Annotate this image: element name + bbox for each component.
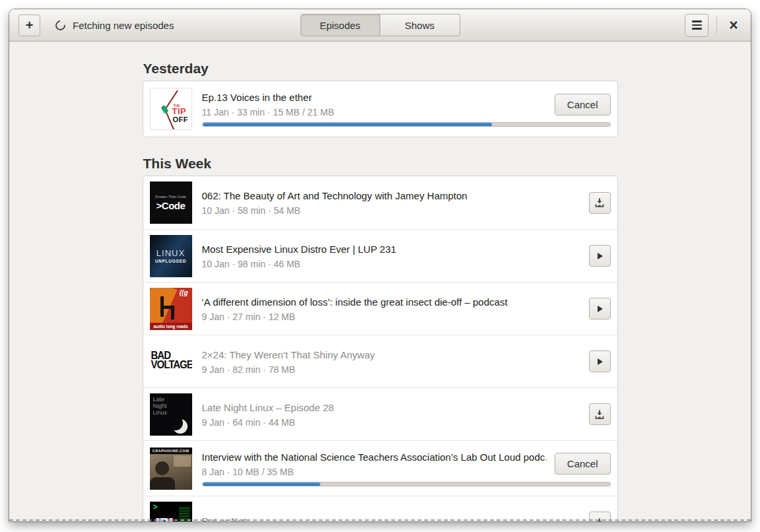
download-progressbar [202,482,611,486]
headerbar-right: × [685,14,744,37]
episode-artwork-late-night-linux: Late Night Linux [150,393,192,436]
progress-fill [203,482,321,486]
tab-shows[interactable]: Shows [380,14,460,36]
download-button[interactable] [589,403,611,425]
play-icon [595,251,604,261]
section-title-this-week: This Week [143,156,618,172]
this-week-card: Greater Than Code >Code 062: The Beauty … [143,176,618,521]
episode-meta: 9 Jan · 82 min · 78 MB [202,364,581,375]
cancel-download-button[interactable]: Cancel [555,453,611,475]
hamburger-icon [692,20,702,22]
crescent-moon-icon [173,419,188,434]
episode-row[interactable]: LINUX UNPLUGGED Most Expensive Linux Dis… [143,229,617,282]
close-button[interactable]: × [723,15,744,36]
episode-meta: 8 Jan · 10 MB / 35 MB [202,467,547,477]
app-window: + Fetching new episodes Episodes Shows ×… [9,9,751,521]
play-button[interactable] [589,245,611,267]
section-title-yesterday: Yesterday [143,61,618,77]
episode-row[interactable]: CRAPHOUND.COM Interview with the Nationa… [143,440,617,496]
menu-button[interactable] [685,14,708,37]
episode-meta: 10 Jan · 98 min · 46 MB [202,259,581,269]
window-resize-edge[interactable] [9,519,751,521]
episode-row[interactable]: THE TIP OFF Ep.13 Voices in the ether 11… [143,81,617,137]
spinner-icon [53,18,67,32]
episode-artwork-bad-voltage: BAD VOLTAGE [150,341,192,383]
episode-row[interactable]: Greater Than Code >Code 062: The Beauty … [143,176,617,229]
episodes-view: Yesterday THE TIP OFF [9,42,751,521]
episode-row[interactable]: > IRL Bot or Not [143,496,617,521]
tab-episodes[interactable]: Episodes [300,14,380,36]
yesterday-card: THE TIP OFF Ep.13 Voices in the ether 11… [143,81,618,137]
episode-row[interactable]: Late Night Linux Late Night Linux – Epis… [143,387,617,440]
progress-fill [203,123,492,126]
episode-title: Most Expensive Linux Distro Ever | LUP 2… [202,244,581,255]
play-button[interactable] [589,298,611,319]
episode-artwork-audio-long-reads: ((g audio long reads [150,288,192,330]
download-icon [594,409,605,420]
add-podcast-button[interactable]: + [18,15,40,36]
view-switcher: Episodes Shows [300,14,460,36]
episode-artwork-the-tip-off: THE TIP OFF [150,88,192,130]
headerbar: + Fetching new episodes Episodes Shows × [9,9,751,42]
play-icon [595,357,604,366]
episode-title: ‘A different dimension of loss’: inside … [202,296,581,308]
status-text: Fetching new episodes [73,20,174,31]
download-progressbar [202,122,611,127]
play-button[interactable] [589,350,611,372]
episode-artwork-linux-unplugged: LINUX UNPLUGGED [150,235,192,277]
download-button[interactable] [589,192,611,214]
episode-artwork-greater-than-code: Greater Than Code >Code [150,182,192,224]
episode-title: 2×24: They Weren’t That Shiny Anyway [202,349,581,360]
header-separator [716,17,717,34]
play-icon [595,304,604,314]
episode-title: Ep.13 Voices in the ether [202,92,547,103]
download-icon [594,197,605,208]
episode-title: Late Night Linux – Episode 28 [202,402,581,413]
episode-row[interactable]: BAD VOLTAGE 2×24: They Weren’t That Shin… [143,335,617,387]
episode-meta: 11 Jan · 33 min · 15 MB / 21 MB [202,107,547,117]
episode-meta: 9 Jan · 27 min · 12 MB [202,312,581,322]
episode-meta: 10 Jan · 58 min · 54 MB [202,205,581,216]
episode-title: 062: The Beauty of Art and Technology wi… [202,190,581,201]
guardian-logo: ((g [180,289,188,296]
episode-artwork-irl: > IRL [150,502,192,522]
episode-meta: 9 Jan · 64 min · 44 MB [202,417,581,428]
episode-artwork-craphound: CRAPHOUND.COM [150,448,192,490]
episode-row[interactable]: ((g audio long reads ‘A different dimens… [143,282,617,335]
cancel-download-button[interactable]: Cancel [555,94,611,116]
episode-title: Interview with the National Science Teac… [202,451,547,463]
